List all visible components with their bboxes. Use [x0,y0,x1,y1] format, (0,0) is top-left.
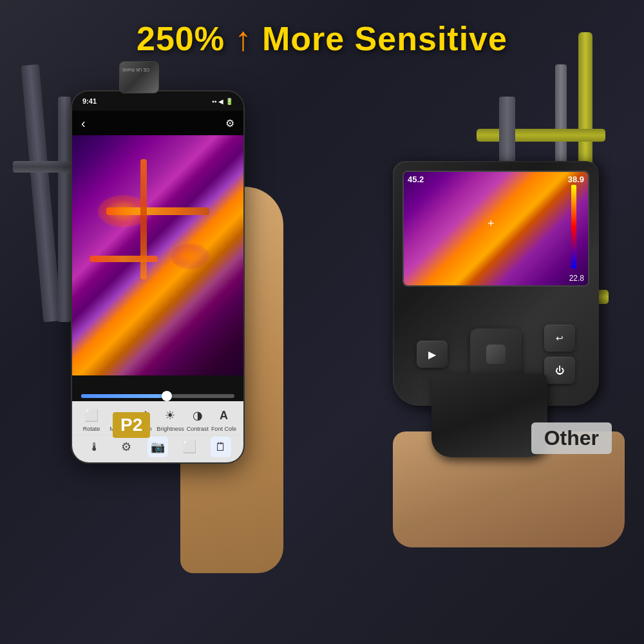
phone-topbar: ‹ ⚙ [72,111,243,135]
brightness-slider[interactable] [81,394,234,398]
rotate-icon: ⬜ [82,406,100,424]
toolbar-camera-icon[interactable]: 📷 [147,437,168,457]
toolbar-settings-icon[interactable]: ⚙ [116,437,137,457]
headline: 250% ↑ More Sensitive [0,19,644,58]
font-label: Font Cole [211,426,236,432]
percentage-text: 250% [137,20,225,57]
settings-button[interactable]: ⚙ [225,117,234,129]
camera-back-button[interactable]: ↩ [544,325,575,352]
camera-handle [431,374,547,457]
toolbar-temp-icon[interactable]: 🌡 [84,437,105,457]
toolbar-list-icon[interactable]: 🗒 [211,437,231,457]
slider-thumb[interactable] [162,391,172,401]
phone-toolbar: ⬜ Rotate △ Mirror ⇄ Switch ☀ Brightness … [72,401,243,462]
camera-nav-button[interactable] [470,328,522,380]
nav-center[interactable] [486,345,506,364]
toolbar-item-contrast[interactable]: ◑ Contrast [185,406,210,432]
phone-time: 9:41 [82,97,97,105]
font-icon: A [214,406,232,424]
p2-label: P2 [113,412,150,438]
headline-text: 250% ↑ More Sensitive [137,20,507,57]
phone-status-icons: ▪▪ ◀ 🔋 [212,98,233,105]
phone-device: 9:41 ▪▪ ◀ 🔋 ‹ ⚙ ⬜ Rotate [71,90,245,464]
slider-fill [81,394,166,398]
crosshair-icon [491,223,501,234]
phone-wrapper: CE UK RoHS 9:41 ▪▪ ◀ 🔋 ‹ ⚙ [52,90,270,554]
phone-status-bar: 9:41 ▪▪ ◀ 🔋 [72,91,243,111]
temperature-scale-bar [571,185,576,269]
thermal-glow-2 [171,243,209,269]
thermal-pipe-h2 [90,256,158,262]
headline-suffix: More Sensitive [262,20,507,57]
contrast-label: Contrast [187,426,209,432]
toolbar-item-brightness[interactable]: ☀ Brightness [156,406,184,432]
toolbar-overlay-icon[interactable]: ⬜ [179,437,200,457]
camera-temp-high: 45.2 [408,175,424,184]
toolbar-item-font[interactable]: A Font Cole [211,406,236,432]
phone-thermal-display [72,135,243,375]
brightness-icon: ☀ [161,406,179,424]
toolbar-icons-row: ⬜ Rotate △ Mirror ⇄ Switch ☀ Brightness … [72,401,243,435]
camera-screen: 45.2 38.9 22.8 [402,171,589,287]
brightness-label: Brightness [156,426,184,432]
arrow-icon: ↑ [234,20,261,57]
camera-temp-low: 38.9 [568,175,584,184]
camera-temp-mid: 22.8 [569,274,584,283]
toolbar-item-rotate[interactable]: ⬜ Rotate [79,406,104,432]
thermal-module: CE UK RoHS [119,61,159,93]
rotate-label: Rotate [83,426,100,432]
thermal-pipe-v1 [140,159,147,279]
other-label: Other [531,422,612,454]
camera-body: 45.2 38.9 22.8 ▶ ↩ ⏻ [393,161,599,406]
camera-power-button[interactable]: ⏻ [544,357,575,384]
thermal-pipe-h1 [106,207,209,215]
back-button[interactable]: ‹ [81,116,86,131]
module-label: CE UK RoHS [122,67,149,73]
camera-play-button[interactable]: ▶ [417,341,448,368]
pipe-right-h1 [477,129,605,142]
contrast-icon: ◑ [189,406,207,424]
toolbar-bottom-row: 🌡 ⚙ 📷 ⬜ 🗒 [72,435,243,462]
